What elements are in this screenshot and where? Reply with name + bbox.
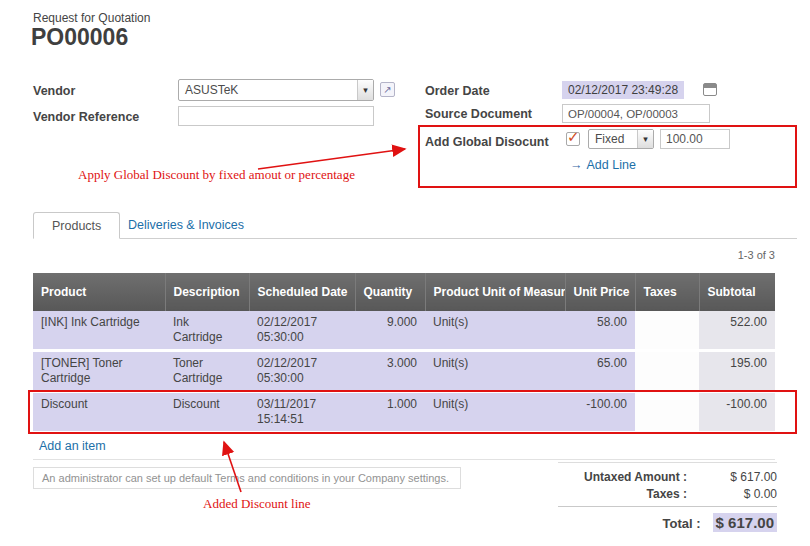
cell-subtotal: 195.00 (699, 351, 775, 392)
calendar-icon[interactable] (703, 83, 717, 96)
annotation-arrow-top (258, 149, 405, 169)
taxes-row: Taxes : $ 0.00 (558, 487, 777, 501)
source-document-input[interactable] (562, 104, 710, 123)
untaxed-amount-label: Untaxed Amount : (558, 470, 699, 484)
cell-uom: Unit(s) (425, 392, 565, 433)
order-date-label: Order Date (425, 84, 490, 98)
column-header-uom[interactable]: Product Unit of Measure (425, 273, 565, 311)
global-discount-label: Add Global Disocunt (425, 135, 549, 149)
rfq-page: Request for Quotation PO00006 Vendor ASU… (0, 0, 810, 546)
discount-type-value: Fixed (589, 132, 637, 146)
vendor-reference-input[interactable] (178, 106, 374, 126)
checkmark-icon: ✓ (567, 128, 580, 146)
vendor-label: Vendor (33, 84, 75, 98)
discount-type-select[interactable]: Fixed ▾ (588, 129, 654, 149)
total-label: Total : (558, 516, 713, 531)
add-line-link[interactable]: →Add Line (570, 158, 636, 172)
order-date-value[interactable]: 02/12/2017 23:49:28 (562, 81, 684, 99)
cell-subtotal: 522.00 (699, 311, 775, 351)
global-discount-checkbox[interactable]: ✓ (566, 132, 580, 146)
cell-scheduled-date: 02/12/2017 05:30:00 (249, 311, 355, 351)
totals-section: Untaxed Amount : $ 617.00 Taxes : $ 0.00… (558, 462, 777, 535)
untaxed-amount-value: $ 617.00 (699, 470, 777, 484)
add-an-item-link[interactable]: Add an item (39, 439, 106, 453)
total-value: $ 617.00 (713, 513, 777, 532)
table-row-discount[interactable]: Discount Discount 03/11/2017 15:14:51 1.… (33, 392, 775, 433)
cell-unit-price: -100.00 (565, 392, 635, 433)
annotation-global-discount-note: Apply Global Discount by fixed amout or … (78, 167, 355, 183)
pager: 1-3 of 3 (738, 249, 775, 261)
taxes-value: $ 0.00 (699, 487, 777, 501)
doc-type-label: Request for Quotation (33, 11, 150, 25)
column-header-quantity[interactable]: Quantity (355, 273, 425, 311)
vendor-value: ASUSTeK (179, 83, 357, 97)
chevron-down-icon: ▾ (637, 130, 653, 148)
annotation-discount-line-note: Added Discount line (203, 496, 311, 512)
vendor-reference-label: Vendor Reference (33, 110, 139, 124)
order-lines-section: Product Description Scheduled Date Quant… (33, 273, 775, 460)
cell-unit-price: 58.00 (565, 311, 635, 351)
source-document-label: Source Document (425, 107, 532, 121)
external-link-icon[interactable]: ↗ (380, 82, 395, 97)
cell-quantity: 3.000 (355, 351, 425, 392)
discount-amount-input[interactable] (660, 129, 730, 149)
cell-scheduled-date: 02/12/2017 05:30:00 (249, 351, 355, 392)
cell-uom: Unit(s) (425, 351, 565, 392)
taxes-label: Taxes : (558, 487, 699, 501)
arrow-right-icon: → (570, 158, 583, 172)
column-header-subtotal[interactable]: Subtotal (699, 273, 775, 311)
total-row: Total : $ 617.00 (558, 513, 777, 532)
cell-scheduled-date: 03/11/2017 15:14:51 (249, 392, 355, 433)
page-title: PO00006 (31, 24, 128, 51)
order-lines-table: Product Description Scheduled Date Quant… (33, 273, 775, 434)
cell-unit-price: 65.00 (565, 351, 635, 392)
table-row[interactable]: [TONER] Toner Cartridge Toner Cartridge … (33, 351, 775, 392)
cell-subtotal: -100.00 (699, 392, 775, 433)
untaxed-amount-row: Untaxed Amount : $ 617.00 (558, 470, 777, 484)
cell-description: Discount (165, 392, 249, 433)
table-row[interactable]: [INK] Ink Cartridge Ink Cartridge 02/12/… (33, 311, 775, 351)
tab-products[interactable]: Products (33, 212, 120, 239)
cell-quantity: 1.000 (355, 392, 425, 433)
column-header-scheduled-date[interactable]: Scheduled Date (249, 273, 355, 311)
cell-product: [INK] Ink Cartridge (33, 311, 165, 351)
cell-product: [TONER] Toner Cartridge (33, 351, 165, 392)
cell-product: Discount (33, 392, 165, 433)
column-header-description[interactable]: Description (165, 273, 249, 311)
terms-note: An administrator can set up default Term… (33, 467, 461, 489)
cell-taxes (635, 311, 699, 351)
column-header-taxes[interactable]: Taxes (635, 273, 699, 311)
column-header-unit-price[interactable]: Unit Price (565, 273, 635, 311)
vendor-select[interactable]: ASUSTeK ▾ (178, 79, 374, 101)
cell-description: Ink Cartridge (165, 311, 249, 351)
column-header-product[interactable]: Product (33, 273, 165, 311)
cell-taxes (635, 351, 699, 392)
totals-divider (558, 506, 777, 507)
cell-uom: Unit(s) (425, 311, 565, 351)
tab-deliveries-invoices[interactable]: Deliveries & Invoices (128, 212, 244, 239)
cell-description: Toner Cartridge (165, 351, 249, 392)
cell-taxes (635, 392, 699, 433)
cell-quantity: 9.000 (355, 311, 425, 351)
table-header-row: Product Description Scheduled Date Quant… (33, 273, 775, 311)
add-line-label: Add Line (587, 158, 636, 172)
chevron-down-icon: ▾ (357, 80, 373, 100)
